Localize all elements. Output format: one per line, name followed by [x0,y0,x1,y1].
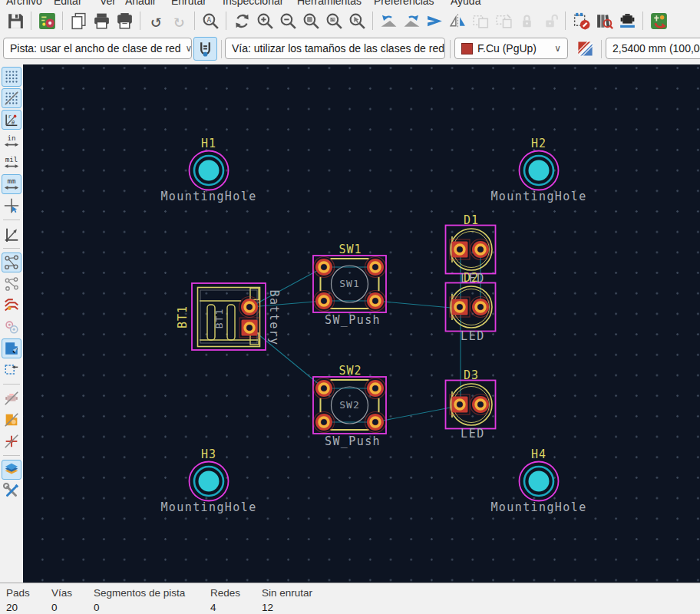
toolbar-separator [62,12,63,30]
footprint-d3[interactable]: D3LED [446,368,496,441]
track-width-select[interactable]: Pista: usar el ancho de clase de red ∨ [3,38,192,59]
update-pcb-from-schematic-icon [649,12,669,31]
rotate-ccw-icon [379,12,398,31]
menu-ayuda[interactable]: Ayuda [451,0,480,7]
footprint-sw2[interactable]: SW2SW2SW_Push [313,364,386,448]
page-settings-button[interactable] [68,10,89,31]
board-setup-button[interactable] [36,10,58,31]
menu-inspeccionar[interactable]: Inspeccionar [223,0,283,7]
layer-select[interactable]: F.Cu (PgUp) ∨ [454,38,568,59]
save-button[interactable] [5,10,26,31]
footprint-h3[interactable]: H3MountingHole [160,447,256,514]
menu-herramientas[interactable]: Herramientas [297,0,362,7]
zoom-selection-button[interactable] [346,10,368,31]
auto-track-width-toggle[interactable] [193,37,217,61]
zoom-objects-button[interactable] [323,10,345,31]
grid-select[interactable]: 2,5400 mm (100,00 [606,38,700,59]
toolbar-separator [372,12,373,30]
via-size-select[interactable]: Vía: utilizar los tamaños de las clases … [225,38,445,59]
board-drawing[interactable]: H1MountingHoleH2MountingHoleH3MountingHo… [23,64,700,583]
footprint-h4[interactable]: H4MountingHole [490,447,586,514]
menu-ver[interactable]: Ver [100,0,116,7]
auto-track-width-icon [196,40,214,58]
group-icon [471,12,490,31]
units-inches-button[interactable]: in [2,131,21,151]
grid-visibility-button[interactable] [2,67,21,87]
zoom-fit-button[interactable] [300,10,322,31]
toolbar-separator [565,12,566,30]
fab-label: BT1 [213,309,225,328]
status-vias: Vías0 [51,587,72,613]
update-pcb-from-schematic-button[interactable] [648,10,669,31]
rotate-ccw-button[interactable] [378,10,399,31]
status-bar: Pads20Vías0Segmentos de pista0Redes4Sin … [0,583,700,614]
footprint-sw1[interactable]: SW1SW1SW_Push [313,243,386,327]
footprint-d2[interactable]: D2LED [446,271,496,343]
menu-preferencias[interactable]: Preferencias [374,0,434,7]
polar-coordinates-button[interactable]: rθ [2,110,21,130]
zoom-out-button[interactable] [277,10,299,31]
cursor-shape-button[interactable] [2,196,21,216]
pcb-canvas[interactable]: H1MountingHoleH2MountingHoleH3MountingHo… [23,64,700,583]
ratsnest-curved-button[interactable] [2,274,21,294]
drawings-visibility-button[interactable] [2,431,21,451]
zoom-selection-icon [348,12,367,31]
tracks-outline-button[interactable] [2,295,21,315]
status-unrouted: Sin enrutar12 [262,587,312,613]
footprint-h1[interactable]: H1MountingHole [160,137,256,203]
reference-label: BT1 [176,305,190,328]
menu-archivo[interactable]: Archivo [6,0,42,7]
main-toolbar: ↺↻A [0,7,700,35]
toolbar-separator [3,248,20,249]
flip-board-view-button[interactable] [424,10,445,31]
reference-label: H1 [201,137,216,150]
footprints-visibility-icon [3,390,20,407]
toolbar-separator [3,220,20,220]
mirror-button[interactable] [447,10,468,31]
plot-button[interactable] [114,10,135,31]
footprint-bt1[interactable]: BT1BT1Battery [176,283,281,350]
ratsnest-visibility-button[interactable] [2,253,21,272]
properties-panel-button[interactable] [2,481,21,501]
swap-layer-pair-button[interactable] [573,37,597,61]
layers-manager-button[interactable] [2,460,21,480]
edit-footprints-button[interactable] [570,10,592,31]
zoom-out-icon [279,12,298,31]
vias-outline-button[interactable] [2,317,21,337]
grid-overrides-button[interactable] [2,88,21,108]
layer-color-swatch [461,43,473,54]
units-mm-button[interactable]: mm [2,174,21,194]
zones-filled-button[interactable] [2,338,21,358]
footprint-editor-button[interactable] [616,10,638,31]
zoom-in-button[interactable] [254,10,276,31]
menu-enrutar[interactable]: Enrutar [171,0,206,7]
reference-label: SW2 [338,364,362,378]
units-mils-button[interactable]: mil [2,153,21,173]
redo-icon: ↻ [170,12,189,31]
find-button[interactable]: A [200,10,221,31]
undo-button[interactable]: ↺ [145,10,167,31]
footprint-h2[interactable]: H2MountingHole [490,137,586,203]
toolbar-separator [31,12,31,30]
zones-visibility-button[interactable] [2,410,21,430]
refresh-icon [233,12,252,31]
ratsnest-line [375,301,460,309]
refresh-button[interactable] [231,10,253,31]
track-width-value: Pista: usar el ancho de clase de red [10,42,181,54]
status-nets-value: 4 [210,602,240,613]
library-browser-button[interactable] [593,10,615,31]
pads-outline-icon [3,361,20,378]
unlock-button [539,10,560,31]
print-button[interactable] [91,10,112,31]
zoom-in-icon [256,12,275,31]
grid-visibility-icon [3,68,20,85]
menu-editar[interactable]: Editar [54,0,82,7]
rotate-cw-button[interactable] [401,10,422,31]
footprint-editor-icon [618,12,637,31]
footprints-visibility-button[interactable] [2,388,21,408]
menu-anadir[interactable]: Añadir [125,0,156,7]
reference-label: D2 [464,271,479,285]
pads-outline-button[interactable] [2,360,21,380]
polar-coordinates-icon: rθ [3,111,20,128]
full-window-crosshair-button[interactable] [2,224,21,244]
